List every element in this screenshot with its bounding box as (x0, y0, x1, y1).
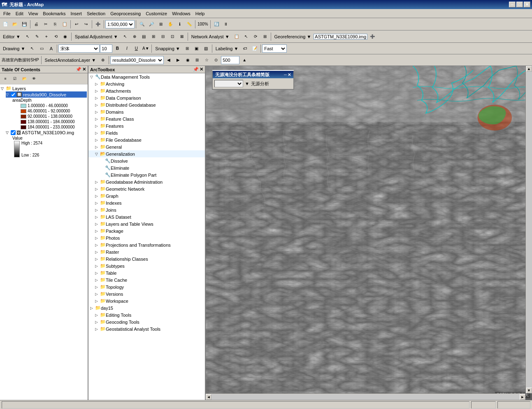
zoom-100-button[interactable]: 100% (197, 20, 209, 29)
print-button[interactable]: 🖨 (32, 20, 41, 29)
layer-next[interactable]: ▶ (174, 56, 183, 65)
float-minimize[interactable]: ─ (284, 72, 287, 77)
zoom-out-button[interactable]: 🔎 (147, 20, 156, 29)
item-topology[interactable]: ▷ 📁 Topology (88, 283, 205, 290)
copy-button[interactable]: ⎘ (51, 20, 60, 29)
general-expand[interactable]: ▷ (95, 145, 100, 149)
drawing-dropdown[interactable]: Drawing ▼ (1, 44, 27, 53)
fields-expand[interactable]: ▷ (95, 131, 100, 135)
item-workspace[interactable]: ▷ 📁 Workspace (88, 297, 205, 304)
georef-add[interactable]: ➕ (368, 32, 377, 41)
item-geonet[interactable]: ▷ 📁 Geometric Network (88, 185, 205, 192)
map-area[interactable]: ▲ ▼ ◄ ► (206, 66, 532, 400)
features-expand[interactable]: ▷ (95, 124, 100, 128)
fc-expand[interactable]: ▷ (95, 117, 100, 121)
draw-tool-2[interactable]: ▭ (37, 44, 46, 53)
close-button[interactable]: ✕ (524, 2, 530, 7)
spatial-adj-dropdown[interactable]: Spatial Adjustment ▼ (73, 32, 120, 41)
toc-layer1[interactable]: ▽ 🔲 resultda900_Dissolve (6, 91, 87, 98)
menu-geoprocessing[interactable]: Geoprocessing (108, 10, 143, 17)
float-buttons[interactable]: ─ ✕ (284, 72, 291, 77)
paste-button[interactable]: 📋 (60, 20, 69, 29)
pause-button[interactable]: ⏸ (221, 20, 230, 29)
menu-windows[interactable]: Windows (170, 10, 193, 17)
toc-pin-button[interactable]: 📌 (76, 67, 81, 72)
item-las[interactable]: ▷ 📁 LAS Dataset (88, 213, 205, 220)
open-button[interactable]: 📂 (10, 20, 19, 29)
cut-button[interactable]: ✂ (41, 20, 50, 29)
toc-select-btn[interactable]: ☑ (10, 74, 19, 83)
item-distgeo[interactable]: ▷ 📁 Distributed Geodatabase (88, 101, 205, 108)
scroll-right[interactable]: ▲ ▼ (525, 66, 532, 393)
relclass-expand[interactable]: ▷ (95, 257, 100, 261)
item-attachments[interactable]: ▷ 📁 Attachments (88, 87, 205, 94)
maximize-button[interactable]: □ (516, 2, 523, 7)
network-analyst-dropdown[interactable]: Network Analyst ▼ (189, 32, 232, 41)
attach-expand[interactable]: ▷ (95, 89, 100, 93)
undo-button[interactable]: ↩ (72, 20, 81, 29)
edit-tool-5[interactable]: ◉ (61, 32, 70, 41)
sa-tool-7[interactable]: ⊠ (177, 32, 186, 41)
float-close[interactable]: ✕ (288, 72, 291, 77)
item-editing[interactable]: ▷ 📁 Editing Tools (88, 311, 205, 318)
item-general[interactable]: ▷ 📁 General (88, 143, 205, 150)
annotation-tool-1[interactable]: ⊕ (98, 56, 107, 65)
root-expand-icon[interactable]: ▽ (90, 75, 95, 79)
tilecache-expand[interactable]: ▷ (95, 278, 100, 282)
snap-tool-2[interactable]: ▣ (192, 44, 201, 53)
item-raster[interactable]: ▷ 📁 Raster (88, 248, 205, 255)
layer-tool-3[interactable]: ☆ (202, 56, 211, 65)
item-table[interactable]: ▷ 📁 Table (88, 269, 205, 276)
title-bar-buttons[interactable]: ─ □ ✕ (509, 2, 530, 7)
sa-tool-5[interactable]: ⊟ (158, 32, 167, 41)
value-tool[interactable]: ▲ (240, 56, 249, 65)
snap-tool-1[interactable]: ⊞ (183, 44, 192, 53)
item-relclass[interactable]: ▷ 📁 Relationship Classes (88, 255, 205, 262)
item-eliminate[interactable]: ▷ 🔧 Eliminate (88, 164, 205, 171)
archiving-expand[interactable]: ▷ (95, 82, 100, 86)
workspace-expand[interactable]: ▷ (95, 299, 100, 303)
label-tool-2[interactable]: 📝 (250, 44, 259, 53)
layer-tool-2[interactable]: ⊞ (193, 56, 202, 65)
geonet-expand[interactable]: ▷ (95, 187, 100, 191)
minimize-button[interactable]: ─ (509, 2, 516, 7)
geostat-expand[interactable]: ▷ (95, 327, 100, 331)
toolbox-close-button[interactable]: ✕ (200, 67, 203, 72)
sa-tool-2[interactable]: ⊕ (130, 32, 139, 41)
pkg-expand[interactable]: ▷ (95, 229, 100, 233)
item-generalization[interactable]: ▽ 📂 Generalization (88, 150, 205, 157)
item-featureclass[interactable]: ▷ 📁 Feature Class (88, 115, 205, 122)
scroll-up-btn[interactable]: ▲ (526, 66, 532, 72)
float-toolbox-window[interactable]: 无源淹没分析工具条精简版 ─ ✕ ▼ 无源分析 (212, 70, 294, 90)
item-geostat[interactable]: ▷ 📁 Geostatistical Analyst Tools (88, 325, 205, 332)
raster-expand[interactable]: ▷ (95, 250, 100, 254)
item-day15[interactable]: ▷ 📁 day15 (88, 304, 205, 311)
table-expand[interactable]: ▷ (95, 271, 100, 275)
item-indexes[interactable]: ▷ 📁 Indexes (88, 199, 205, 206)
scroll-left-btn[interactable]: ◄ (206, 394, 211, 400)
refresh-button[interactable]: 🔄 (212, 20, 221, 29)
item-joins[interactable]: ▷ 📁 Joins (88, 206, 205, 213)
layer-tool-4[interactable]: ⊙ (211, 56, 221, 65)
las-expand[interactable]: ▷ (95, 215, 100, 219)
draw-tool-1[interactable]: ↖ (28, 44, 37, 53)
ltv-expand[interactable]: ▷ (95, 222, 100, 226)
datacomp-expand[interactable]: ▷ (95, 96, 100, 100)
float-dropdown-1[interactable] (214, 80, 243, 87)
item-photos[interactable]: ▷ 📁 Photos (88, 234, 205, 241)
proj-expand[interactable]: ▷ (95, 243, 100, 247)
toolbox-pin-button[interactable]: 📌 (193, 67, 199, 72)
toc-source-btn[interactable]: 📂 (20, 74, 29, 83)
layer1-checkbox[interactable] (11, 92, 16, 97)
domains-expand[interactable]: ▷ (95, 110, 100, 114)
layer2-expand-icon[interactable]: ▽ (6, 131, 10, 135)
edit-tool-2[interactable]: ✎ (33, 32, 42, 41)
menu-edit[interactable]: Edit (13, 10, 26, 17)
font-color-button[interactable]: A▼ (141, 44, 150, 53)
add-data-button[interactable]: ➕ (93, 20, 102, 29)
bold-button[interactable]: B (113, 44, 122, 53)
na-tool-4[interactable]: ⊞ (260, 32, 269, 41)
filegdb-expand[interactable]: ▷ (95, 138, 100, 142)
menu-bookmarks[interactable]: Bookmarks (40, 10, 68, 17)
item-geoadmin[interactable]: ▷ 📁 Geodatabase Administration (88, 178, 205, 185)
